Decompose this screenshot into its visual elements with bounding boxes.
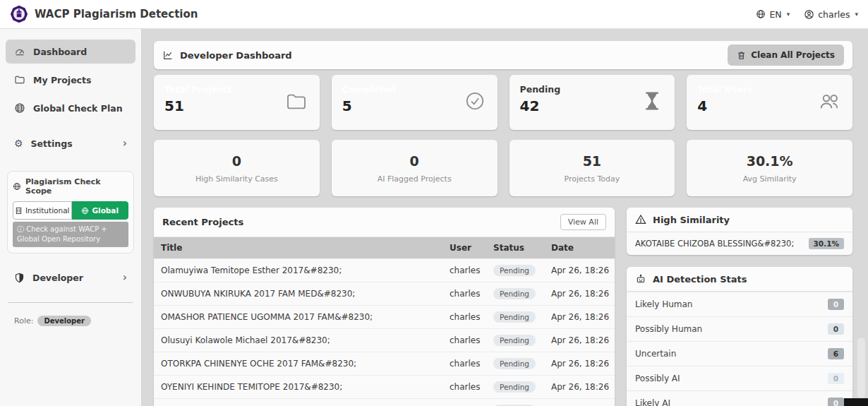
project-user: charles [442, 306, 486, 329]
trash-icon [737, 51, 746, 60]
global-scope-button[interactable]: Global [72, 201, 129, 220]
metric-label: AI Flagged Projects [378, 174, 452, 184]
status-badge: Pending [493, 381, 536, 393]
stat-card-pending: Pending 42 [510, 75, 675, 130]
project-title: Onwe Ephraim Iloabuchi 2017 FAM&#8230; [154, 399, 442, 406]
scope-toggle: Institutional Global [13, 201, 128, 220]
app-title: WACP Plagiarism Detection [35, 8, 198, 20]
project-title: OYENIYI KEHINDE TEMITOPE 2017&#8230; [154, 376, 442, 399]
sidebar-item-label: Developer [32, 273, 83, 283]
caret-down-icon: ▾ [787, 11, 790, 18]
table-row[interactable]: Onwe Ephraim Iloabuchi 2017 FAM&#8230; c… [154, 399, 615, 406]
metric-value: 0 [232, 153, 241, 169]
status-badge: Pending [493, 265, 536, 276]
metric-value: 51 [583, 153, 601, 169]
project-user: charles [442, 399, 486, 406]
project-date: Apr 26, 18:26 [544, 259, 615, 282]
sidebar-item-label: My Projects [33, 75, 91, 85]
chart-line-icon [162, 49, 174, 61]
globe-icon [13, 182, 21, 191]
language-label: EN [769, 9, 781, 20]
similarity-badge: 30.1% [809, 238, 844, 249]
folder-icon [14, 74, 25, 85]
globe-icon [756, 9, 766, 19]
ai-stat-label: Likely Human [635, 299, 692, 309]
building-icon [15, 207, 23, 215]
column-header-date: Date [544, 237, 615, 259]
role-badge: Developer [37, 316, 91, 326]
metric-card-avg-similarity: 30.1% Avg Similarity [687, 140, 852, 196]
metric-label: Projects Today [565, 174, 620, 184]
scrollbar-thumb[interactable] [857, 338, 865, 398]
count-badge: 0 [828, 323, 844, 335]
username-label: charles [818, 9, 850, 20]
project-user: charles [442, 282, 486, 306]
caret-down-icon: ▾ [855, 11, 858, 18]
table-row[interactable]: Olamuyiwa Temitope Esther 2017&#8230; ch… [154, 259, 615, 282]
table-header-row: Title User Status Date [154, 237, 615, 259]
ai-stat-label: Possibly Human [635, 324, 702, 334]
check-circle-icon [464, 90, 486, 112]
app-logo-icon [10, 5, 28, 23]
sidebar-item-developer[interactable]: Developer › [6, 266, 135, 289]
status-badge: Pending [493, 311, 536, 323]
metric-card-projects-today: 51 Projects Today [510, 140, 675, 196]
project-user: charles [442, 376, 486, 399]
sidebar-item-global-check-plan[interactable]: Global Check Plan [6, 96, 135, 120]
warning-icon [635, 214, 646, 225]
language-selector[interactable]: EN ▾ [756, 9, 790, 20]
table-row[interactable]: ONWUBUYA NKIRUKA 2017 FAM MED&#8230; cha… [154, 282, 615, 306]
institutional-scope-button[interactable]: Institutional [13, 201, 72, 220]
sidebar-item-label: Dashboard [33, 47, 87, 57]
project-user: charles [442, 259, 486, 282]
stat-card-total-users: Total Users 4 [687, 75, 852, 130]
ai-stat-label: Likely AI [635, 398, 670, 406]
project-title: Olamuyiwa Temitope Esther 2017&#8230; [154, 259, 442, 282]
clean-all-projects-label: Clean All Projects [751, 50, 835, 60]
view-all-button[interactable]: View All [560, 214, 606, 230]
right-column: High Similarity AKOTAIBE CHIZOBA BLESSIN… [627, 208, 852, 406]
plagiarism-check-scope-widget: Plagiarism Check Scope Institutional Glo… [7, 171, 134, 253]
scope-title: Plagiarism Check Scope [25, 177, 128, 196]
project-date: Apr 26, 18:26 [544, 399, 615, 406]
hourglass-icon [641, 90, 663, 112]
shield-icon [14, 273, 25, 283]
page-titlebar: Developer Dashboard Clean All Projects [154, 41, 852, 69]
project-title: OTORKPA CHINENYE OCHE 2017 FAM&#8230; [154, 352, 442, 376]
gauge-icon [14, 46, 25, 57]
ai-detection-stats-panel: AI Detection Stats Likely Human 0 Possib… [627, 267, 852, 406]
sidebar: Dashboard My Projects Global Check Plan … [0, 29, 142, 406]
brand: WACP Plagiarism Detection [10, 5, 198, 23]
table-row[interactable]: OYENIYI KEHINDE TEMITOPE 2017&#8230; cha… [154, 376, 615, 399]
count-badge: 0 [828, 373, 844, 384]
scrollbar-corner [844, 398, 868, 406]
gear-icon: ⚙ [14, 138, 23, 149]
column-header-title: Title [154, 237, 442, 259]
ai-stat-row-likely-human: Likely Human 0 [627, 292, 852, 316]
sidebar-item-dashboard[interactable]: Dashboard [6, 40, 135, 64]
status-badge: Pending [493, 335, 536, 346]
sidebar-item-my-projects[interactable]: My Projects [6, 68, 135, 92]
global-label: Global [92, 206, 119, 215]
project-date: Apr 26, 18:26 [544, 376, 615, 399]
project-date: Apr 26, 18:26 [544, 329, 615, 352]
role-row: Role: Developer [6, 316, 135, 326]
column-header-status: Status [486, 237, 544, 259]
page-title: Developer Dashboard [180, 50, 292, 61]
user-menu[interactable]: charles ▾ [804, 9, 858, 20]
recent-projects-panel: Recent Projects View All Title User Stat… [154, 208, 615, 406]
project-user: charles [442, 352, 486, 376]
robot-icon [635, 273, 646, 285]
ai-stat-row-possibly-human: Possibly Human 0 [627, 316, 852, 341]
role-label: Role: [14, 316, 33, 326]
sidebar-item-settings[interactable]: ⚙ Settings › [6, 131, 135, 155]
users-icon [818, 90, 840, 113]
high-similarity-item[interactable]: AKOTAIBE CHIZOBA BLESSING&#8230; 30.1% [627, 232, 852, 255]
scope-tooltip: ⓘ Check against WACP + Global Open Repos… [13, 222, 128, 247]
clean-all-projects-button[interactable]: Clean All Projects [728, 44, 844, 66]
project-date: Apr 26, 18:26 [544, 282, 615, 306]
table-row[interactable]: Olusuyi Kolawole Michael 2017&#8230; cha… [154, 329, 615, 352]
high-similarity-panel: High Similarity AKOTAIBE CHIZOBA BLESSIN… [627, 208, 852, 255]
table-row[interactable]: OMASHOR PATIENCE UGOMMA 2017 FAM&#8230; … [154, 306, 615, 329]
table-row[interactable]: OTORKPA CHINENYE OCHE 2017 FAM&#8230; ch… [154, 352, 615, 376]
